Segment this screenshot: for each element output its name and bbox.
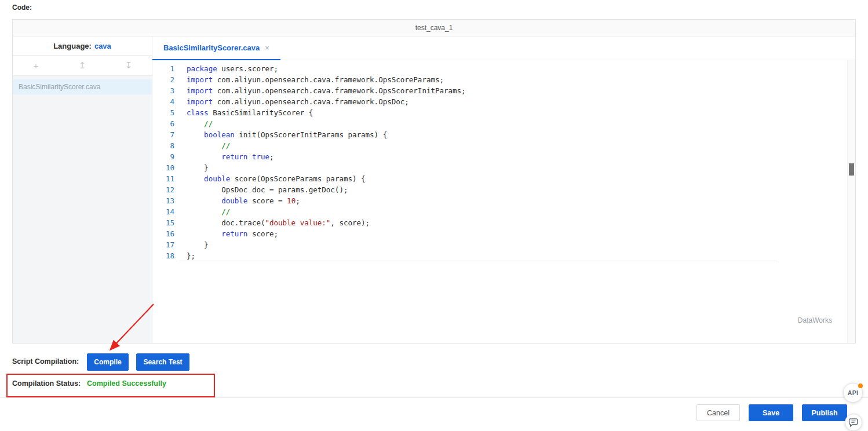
line-number: 12 (152, 184, 174, 195)
line-number: 17 (152, 239, 174, 250)
file-list: BasicSimilarityScorer.cava (13, 76, 152, 94)
download-icon: ↧ (125, 60, 133, 70)
file-sidebar: Language: cava + ↥ ↧ BasicSimilarityScor… (13, 36, 152, 343)
line-number: 5 (152, 107, 174, 118)
close-icon[interactable]: × (265, 43, 269, 52)
code-line[interactable]: 1package users.scorer; (152, 63, 855, 74)
line-number: 13 (152, 195, 174, 206)
tab-label: BasicSimilarityScorer.cava (163, 43, 260, 52)
save-button[interactable]: Save (749, 404, 793, 421)
language-label: Language: (53, 42, 92, 50)
panel-body: Language: cava + ↥ ↧ BasicSimilarityScor… (13, 36, 855, 343)
code-section-label: Code: (12, 3, 32, 12)
line-content: // (187, 206, 230, 217)
line-content: // (187, 140, 230, 151)
cancel-button[interactable]: Cancel (696, 404, 740, 421)
scrollbar-thumb[interactable] (849, 163, 854, 176)
panel-title: test_cava_1 (415, 24, 453, 32)
code-line[interactable]: 9 return true; (152, 151, 855, 162)
line-content: package users.scorer; (187, 63, 278, 74)
line-number: 11 (152, 173, 174, 184)
code-line[interactable]: 16 return score; (152, 228, 855, 239)
line-content: double score = 10; (187, 195, 300, 206)
editor-pane: BasicSimilarityScorer.cava × 1package us… (152, 36, 855, 343)
watermark: DataWorks (798, 316, 832, 324)
code-line[interactable]: 15 doc.trace("double value:", score); (152, 217, 855, 228)
api-icon: API (848, 389, 858, 396)
line-content: doc.trace("double value:", score); (187, 217, 370, 228)
upload-icon: ↥ (79, 60, 86, 70)
code-line[interactable]: 8 // (152, 140, 855, 151)
footer-divider (0, 397, 868, 398)
line-number: 2 (152, 74, 174, 85)
line-content: double score(OpsScoreParams params) { (187, 173, 366, 184)
file-list-item[interactable]: BasicSimilarityScorer.cava (13, 79, 152, 94)
sidebar-toolbar: + ↥ ↧ (13, 56, 152, 76)
compile-button[interactable]: Compile (87, 353, 129, 371)
publish-button[interactable]: Publish (802, 404, 847, 421)
code-line[interactable]: 5class BasicSimilarityScorer { (152, 107, 855, 118)
code-line[interactable]: 10 } (152, 162, 855, 173)
tab-basicsimilarityscorer[interactable]: BasicSimilarityScorer.cava × (152, 36, 280, 60)
line-content: } (187, 239, 209, 250)
line-content: // (187, 118, 213, 129)
code-line[interactable]: 2import com.aliyun.opensearch.cava.frame… (152, 74, 855, 85)
line-number: 1 (152, 63, 174, 74)
code-line[interactable]: 6 // (152, 118, 855, 129)
code-lines: 1package users.scorer;2import com.aliyun… (152, 63, 855, 261)
line-content: class BasicSimilarityScorer { (187, 107, 313, 118)
code-line[interactable]: 7 boolean init(OpsScorerInitParams param… (152, 129, 855, 140)
line-number: 6 (152, 118, 174, 129)
code-editor-panel: test_cava_1 Language: cava + ↥ ↧ BasicSi… (12, 19, 856, 344)
code-line[interactable]: 17 } (152, 239, 855, 250)
line-number: 10 (152, 162, 174, 173)
line-number: 15 (152, 217, 174, 228)
editor-scrollbar[interactable] (847, 60, 855, 343)
upload-file-button[interactable]: ↥ (70, 60, 95, 71)
code-editor[interactable]: 1package users.scorer;2import com.aliyun… (152, 60, 855, 343)
plus-icon: + (34, 61, 39, 71)
language-row: Language: cava (13, 36, 152, 56)
code-line[interactable]: 3import com.aliyun.opensearch.cava.frame… (152, 85, 855, 96)
line-content: import com.aliyun.opensearch.cava.framew… (187, 85, 466, 96)
line-content: OpsDoc doc = params.getDoc(); (187, 184, 348, 195)
line-number: 14 (152, 206, 174, 217)
compilation-status-label: Compilation Status: (12, 379, 81, 388)
line-content: return score; (187, 228, 278, 239)
line-number: 18 (152, 250, 174, 261)
line-content: import com.aliyun.opensearch.cava.framew… (187, 96, 409, 107)
line-content: }; (187, 250, 195, 261)
line-number: 7 (152, 129, 174, 140)
panel-header: test_cava_1 (13, 20, 855, 36)
add-file-button[interactable]: + (23, 61, 49, 71)
download-file-button[interactable]: ↧ (116, 60, 141, 71)
line-content: } (187, 162, 209, 173)
compilation-status-value: Compiled Successfully (87, 379, 166, 388)
code-line[interactable]: 18}; (152, 250, 855, 261)
code-line[interactable]: 13 double score = 10; (152, 195, 855, 206)
page: Code: test_cava_1 Language: cava + ↥ ↧ B… (0, 0, 868, 431)
line-content: return true; (187, 151, 274, 162)
line-number: 8 (152, 140, 174, 151)
line-number: 16 (152, 228, 174, 239)
line-content: import com.aliyun.opensearch.cava.framew… (187, 74, 444, 85)
code-line[interactable]: 11 double score(OpsScoreParams params) { (152, 173, 855, 184)
code-line[interactable]: 12 OpsDoc doc = params.getDoc(); (152, 184, 855, 195)
code-line[interactable]: 4import com.aliyun.opensearch.cava.frame… (152, 96, 855, 107)
line-number: 3 (152, 85, 174, 96)
notification-dot (858, 383, 863, 388)
line-number: 9 (152, 151, 174, 162)
line-number: 4 (152, 96, 174, 107)
line-content: boolean init(OpsScorerInitParams params)… (187, 129, 387, 140)
editor-tabbar: BasicSimilarityScorer.cava × (152, 36, 855, 60)
code-line[interactable]: 14 // (152, 206, 855, 217)
feedback-chat-button[interactable] (845, 414, 862, 431)
script-compilation-label: Script Compilation: (12, 357, 79, 366)
chat-bubble-icon (848, 418, 859, 428)
language-value[interactable]: cava (94, 42, 111, 50)
api-widget-button[interactable]: API (843, 383, 863, 403)
search-test-button[interactable]: Search Test (136, 353, 189, 371)
